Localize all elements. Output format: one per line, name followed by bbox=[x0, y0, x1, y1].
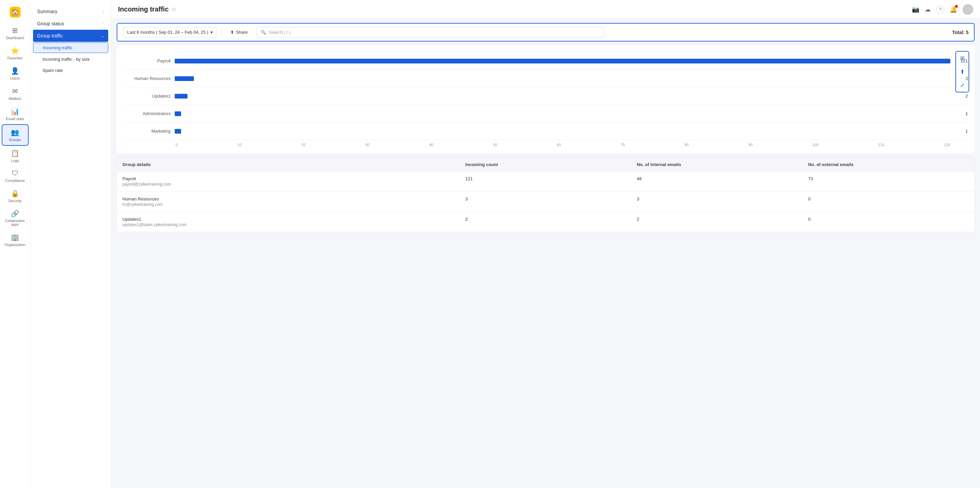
sidebar-item-label: Logs bbox=[11, 159, 19, 163]
group-email: hr@zylkertraining.com bbox=[123, 202, 455, 207]
security-icon: 🔒 bbox=[11, 189, 19, 198]
group-info: Payroll payroll@zylkertraining.com bbox=[123, 176, 455, 187]
sidebar-item-mailbox[interactable]: ✉ Mailbox bbox=[2, 84, 29, 104]
sidebar-item-label: Compliance bbox=[5, 179, 25, 183]
widget-fullscreen-icon[interactable]: ⤢ bbox=[956, 79, 969, 92]
th-external-emails: No. of external emails bbox=[803, 158, 974, 171]
nav-sub-item-label: Spam rate bbox=[43, 68, 63, 73]
chart-bar-row: Marketing 1 bbox=[123, 123, 968, 140]
x-axis-label: 100 bbox=[812, 143, 818, 147]
nav-item-label: Summary bbox=[37, 9, 57, 14]
camera-icon[interactable]: 📷 bbox=[912, 6, 919, 13]
notifications-icon[interactable]: 🔔 bbox=[950, 6, 957, 13]
dashboard-icon: ⊞ bbox=[12, 26, 18, 34]
chevron-down-icon: ▾ bbox=[210, 30, 213, 35]
nav-item-label: Group status bbox=[37, 21, 64, 26]
bar-label: Marketing bbox=[123, 129, 171, 134]
sidebar-item-favorites[interactable]: ⭐ Favorites bbox=[2, 43, 29, 64]
sidebar-item-dashboard[interactable]: ⊞ Dashboard bbox=[2, 23, 29, 43]
nav-sub-item-spam-rate[interactable]: Spam rate bbox=[30, 65, 111, 76]
x-axis-label: 120 bbox=[944, 143, 950, 147]
bar-track bbox=[175, 59, 950, 64]
page-title-text: Incoming traffic bbox=[118, 5, 169, 13]
table-header: Group details Incoming count No. of inte… bbox=[117, 158, 974, 171]
x-axis-label: 40 bbox=[429, 143, 433, 147]
favorites-icon: ⭐ bbox=[11, 46, 19, 55]
help-icon[interactable]: ? bbox=[936, 5, 944, 13]
chart-bar-row: Human Resources 3 bbox=[123, 70, 968, 88]
table-rows: Payroll payroll@zylkertraining.com 121 4… bbox=[117, 171, 974, 232]
x-axis-label: 50 bbox=[493, 143, 497, 147]
bar-track bbox=[175, 76, 950, 81]
bar-fill bbox=[175, 129, 181, 134]
bar-label: Payroll bbox=[123, 58, 171, 64]
favorite-star-icon[interactable]: ☆ bbox=[171, 6, 176, 13]
mailbox-icon: ✉ bbox=[12, 87, 18, 95]
x-axis: 0102030405060708090100110120 bbox=[123, 140, 950, 147]
sidebar-item-compliance[interactable]: 🛡 Compliance bbox=[2, 166, 29, 186]
users-icon: 👤 bbox=[11, 67, 19, 75]
bar-track bbox=[175, 94, 950, 99]
sidebar-item-security[interactable]: 🔒 Security bbox=[2, 186, 29, 206]
sidebar-item-collaborative-apps[interactable]: 🔗 Collaborative apps bbox=[2, 206, 29, 230]
td-external-emails: 73 bbox=[803, 171, 974, 191]
nav-item-group-status[interactable]: Group status › bbox=[30, 18, 111, 30]
sidebar-item-label: Mailbox bbox=[9, 97, 22, 100]
x-axis-label: 60 bbox=[557, 143, 561, 147]
bar-value: 1 bbox=[955, 129, 968, 134]
nav-sub-item-label: Incoming traffic - by size bbox=[43, 57, 90, 62]
widget-share-icon[interactable]: ⬆ bbox=[956, 65, 969, 79]
date-filter-label: Last 6 months ( Sep 01, 24 – Feb 04, 25 … bbox=[127, 30, 208, 35]
nav-item-summary[interactable]: Summary › bbox=[30, 5, 111, 18]
sidebar-item-logs[interactable]: 📋 Logs bbox=[2, 146, 29, 166]
widget-expand-icon[interactable]: ⊞ bbox=[956, 52, 969, 65]
td-incoming-count: 3 bbox=[460, 192, 631, 212]
bar-fill bbox=[175, 76, 194, 81]
logo-icon: 🏠 bbox=[10, 7, 21, 18]
sidebar-item-organization[interactable]: 🏢 Organization bbox=[2, 230, 29, 250]
chart-bar-row: Payroll 121 bbox=[123, 52, 968, 70]
td-incoming-count: 2 bbox=[460, 212, 631, 232]
td-internal-emails: 3 bbox=[631, 192, 803, 212]
bar-track bbox=[175, 112, 950, 116]
sidebar-item-label: Security bbox=[8, 199, 22, 203]
x-axis-label: 70 bbox=[621, 143, 625, 147]
sidebar-item-label: Organization bbox=[5, 242, 25, 247]
group-name: Human Resources bbox=[123, 196, 455, 201]
nav-sub-item-incoming-traffic[interactable]: Incoming traffic bbox=[33, 43, 108, 53]
nav-sub-item-incoming-traffic-by-size[interactable]: Incoming traffic - by size bbox=[30, 54, 111, 65]
bar-fill bbox=[175, 59, 950, 64]
sidebar: 🏠 ⊞ Dashboard ⭐ Favorites 👤 Users ✉ Mail… bbox=[0, 0, 30, 488]
group-name: Updates1 bbox=[123, 217, 455, 222]
td-internal-emails: 48 bbox=[631, 171, 803, 191]
td-group-details: Human Resources hr@zylkertraining.com bbox=[117, 192, 460, 212]
td-external-emails: 0 bbox=[803, 212, 974, 232]
share-button[interactable]: ⬆ Share bbox=[226, 27, 253, 37]
bar-label: Administrators bbox=[123, 111, 171, 116]
search-box[interactable]: 🔍 Search ( / ) bbox=[256, 27, 605, 37]
nav-section: Summary › Group status › Group traffic ⌄… bbox=[30, 5, 111, 76]
bar-value: 1 bbox=[955, 111, 968, 116]
table-row: Human Resources hr@zylkertraining.com 3 … bbox=[117, 192, 974, 212]
sidebar-item-groups[interactable]: 👥 Groups bbox=[2, 124, 29, 146]
cloud-upload-icon[interactable]: ☁ bbox=[925, 6, 931, 13]
nav-panel: Summary › Group status › Group traffic ⌄… bbox=[30, 0, 111, 488]
logs-icon: 📋 bbox=[11, 149, 19, 157]
sidebar-item-email-stats[interactable]: 📊 Email stats bbox=[2, 104, 29, 124]
total-count: Total: 5 bbox=[952, 30, 969, 35]
chart-bar-row: Administrators 1 bbox=[123, 105, 968, 123]
app-logo: 🏠 bbox=[0, 4, 30, 23]
nav-item-label: Group traffic bbox=[37, 33, 63, 38]
td-group-details: Updates1 updates1@sales.zylkertraining.c… bbox=[117, 212, 460, 232]
x-axis-label: 30 bbox=[365, 143, 369, 147]
td-internal-emails: 2 bbox=[631, 212, 803, 232]
sidebar-item-label: Users bbox=[10, 76, 20, 80]
sidebar-item-label: Collaborative apps bbox=[4, 219, 27, 226]
bar-label: Updates1 bbox=[123, 94, 171, 99]
nav-item-group-traffic[interactable]: Group traffic ⌄ bbox=[33, 30, 108, 42]
x-axis-label: 0 bbox=[176, 143, 178, 147]
date-filter[interactable]: Last 6 months ( Sep 01, 24 – Feb 04, 25 … bbox=[123, 27, 217, 37]
user-avatar[interactable] bbox=[963, 4, 973, 15]
bar-fill bbox=[175, 112, 181, 116]
sidebar-item-users[interactable]: 👤 Users bbox=[2, 64, 29, 84]
